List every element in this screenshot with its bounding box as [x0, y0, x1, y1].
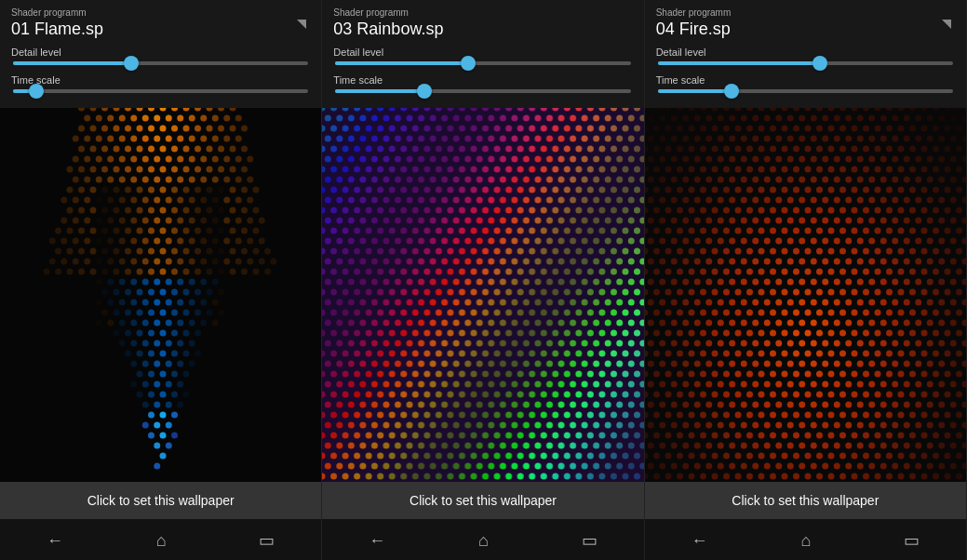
shader-label-2: Shader programm — [333, 7, 632, 18]
timescale-fill-2 — [335, 89, 423, 93]
home-icon-1[interactable]: ⌂ — [156, 531, 167, 551]
nav-bar-2: ← ⌂ ▭ — [322, 519, 643, 560]
wallpaper-rainbow — [322, 108, 643, 482]
timescale-label-2: Time scale — [333, 74, 632, 86]
detail-label-3: Detail level — [656, 47, 955, 58]
shader-label-1: Shader programm — [11, 7, 310, 18]
set-wallpaper-btn-3[interactable]: Click to set this wallpaper — [645, 482, 966, 519]
detail-track-3[interactable] — [658, 61, 953, 65]
detail-slider-row-3: Detail level — [656, 47, 955, 65]
panel-flame: Shader programm 01 Flame.sp Detail level… — [0, 0, 322, 560]
shader-name-1: 01 Flame.sp — [11, 20, 103, 39]
dropdown-indicator-3[interactable] — [942, 20, 951, 29]
set-wallpaper-btn-2[interactable]: Click to set this wallpaper — [322, 482, 643, 519]
detail-label-2: Detail level — [333, 47, 632, 58]
detail-slider-row-1: Detail level — [11, 47, 310, 65]
nav-bar-3: ← ⌂ ▭ — [645, 519, 966, 560]
set-wallpaper-btn-1[interactable]: Click to set this wallpaper — [0, 482, 321, 519]
home-icon-3[interactable]: ⌂ — [800, 531, 811, 551]
timescale-label-3: Time scale — [656, 74, 955, 86]
timescale-slider-row-3: Time scale — [656, 74, 955, 93]
wallpaper-flame — [0, 108, 321, 482]
detail-label-1: Detail level — [11, 47, 310, 58]
shader-name-3: 04 Fire.sp — [656, 20, 731, 39]
controls-rainbow: Shader programm 03 Rainbow.sp Detail lev… — [322, 0, 643, 108]
wallpaper-fire — [645, 108, 966, 482]
detail-slider-row-2: Detail level — [333, 47, 632, 65]
timescale-slider-row-2: Time scale — [333, 74, 632, 93]
recents-icon-3[interactable]: ▭ — [904, 530, 920, 551]
detail-thumb-2[interactable] — [461, 56, 476, 71]
timescale-fill-3 — [658, 89, 732, 93]
timescale-track-1[interactable] — [13, 89, 308, 93]
back-icon-1[interactable]: ← — [47, 531, 63, 551]
timescale-track-2[interactable] — [335, 89, 630, 93]
timescale-track-3[interactable] — [658, 89, 953, 93]
panel-rainbow: Shader programm 03 Rainbow.sp Detail lev… — [322, 0, 644, 560]
timescale-label-1: Time scale — [11, 74, 310, 86]
shader-name-2: 03 Rainbow.sp — [333, 20, 443, 39]
timescale-thumb-2[interactable] — [417, 84, 432, 99]
back-icon-2[interactable]: ← — [369, 531, 385, 551]
dropdown-indicator-1[interactable] — [297, 20, 306, 29]
detail-thumb-3[interactable] — [813, 56, 827, 71]
detail-track-1[interactable] — [13, 61, 308, 65]
recents-icon-1[interactable]: ▭ — [259, 530, 275, 551]
timescale-thumb-1[interactable] — [29, 84, 44, 99]
detail-track-2[interactable] — [335, 61, 630, 65]
detail-fill-3 — [658, 61, 821, 65]
controls-fire: Shader programm 04 Fire.sp Detail level … — [645, 0, 966, 108]
detail-thumb-1[interactable] — [124, 56, 139, 71]
recents-icon-2[interactable]: ▭ — [582, 530, 598, 551]
detail-fill-2 — [335, 61, 468, 65]
home-icon-2[interactable]: ⌂ — [478, 531, 489, 551]
back-icon-3[interactable]: ← — [692, 531, 708, 551]
nav-bar-1: ← ⌂ ▭ — [0, 519, 321, 560]
panel-fire: Shader programm 04 Fire.sp Detail level … — [645, 0, 967, 560]
shader-label-3: Shader programm — [656, 7, 955, 18]
timescale-slider-row-1: Time scale — [11, 74, 310, 93]
timescale-thumb-3[interactable] — [724, 84, 739, 99]
detail-fill-1 — [13, 61, 131, 65]
controls-flame: Shader programm 01 Flame.sp Detail level… — [0, 0, 321, 108]
